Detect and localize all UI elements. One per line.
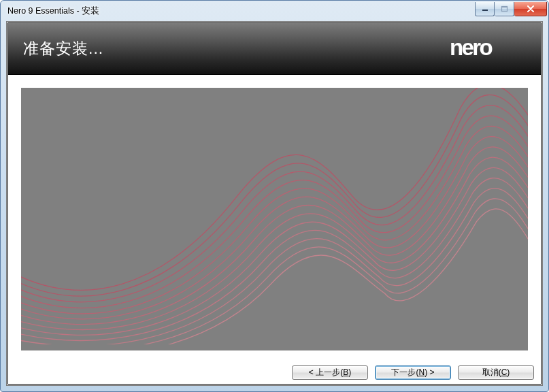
window: Nero 9 Essentials - 安装 准备安装... nero xyxy=(0,0,549,392)
back-button-suffix: ) xyxy=(348,368,351,377)
next-button[interactable]: 下一步(N) > xyxy=(375,365,451,380)
header-banner: 准备安装... nero xyxy=(8,23,541,75)
next-button-suffix: ) > xyxy=(425,368,434,377)
splash-graphic xyxy=(21,88,528,350)
installer-dialog: 准备安装... nero xyxy=(6,21,543,386)
page-title: 准备安装... xyxy=(23,38,103,59)
maximize-button[interactable] xyxy=(495,2,514,16)
next-button-prefix: 下一步( xyxy=(391,367,418,378)
content-area xyxy=(8,75,541,363)
cancel-button-suffix: ) xyxy=(507,368,510,377)
cancel-button-hotkey: C xyxy=(501,368,508,377)
next-button-hotkey: N xyxy=(418,368,425,377)
wave-art xyxy=(21,88,528,344)
close-icon xyxy=(527,5,535,12)
minimize-button[interactable] xyxy=(475,2,495,16)
minimize-icon xyxy=(482,5,488,12)
window-title: Nero 9 Essentials - 安装 xyxy=(7,5,99,17)
cancel-button[interactable]: 取消(C) xyxy=(458,365,534,380)
titlebar: Nero 9 Essentials - 安装 xyxy=(1,1,548,21)
back-button-prefix: < 上一步( xyxy=(309,367,343,378)
cancel-button-prefix: 取消( xyxy=(482,367,501,378)
back-button[interactable]: < 上一步(B) xyxy=(292,365,368,380)
svg-rect-2 xyxy=(501,6,508,7)
close-button[interactable] xyxy=(514,2,547,16)
caption-buttons xyxy=(475,2,547,16)
nero-logo-icon: nero xyxy=(450,33,526,62)
dialog-frame: 准备安装... nero xyxy=(7,22,542,385)
nero-logo: nero xyxy=(450,33,526,65)
svg-text:nero: nero xyxy=(450,35,493,60)
maximize-icon xyxy=(501,5,508,12)
svg-rect-0 xyxy=(482,10,488,11)
back-button-hotkey: B xyxy=(343,368,348,377)
wizard-buttons: < 上一步(B) 下一步(N) > 取消(C) xyxy=(8,363,541,384)
